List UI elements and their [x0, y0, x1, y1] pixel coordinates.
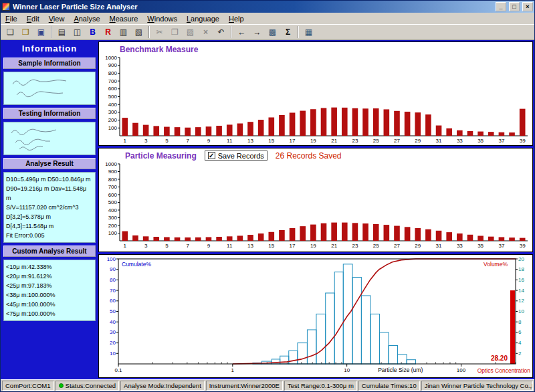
analyse-result-header[interactable]: Analyse Result	[3, 158, 96, 169]
report-button[interactable]: ▧	[132, 25, 146, 39]
svg-text:1: 1	[124, 138, 127, 144]
capture-button[interactable]: ▩	[265, 25, 280, 39]
benchmark-chart: 1002003004005006007008009001000135791113…	[100, 55, 532, 144]
svg-text:27: 27	[394, 243, 400, 249]
svg-text:Cumulate%: Cumulate%	[122, 261, 151, 268]
print-button[interactable]: ▤	[55, 25, 69, 39]
titlebar: Winner Laser Particle Size Analyser _ □ …	[1, 1, 534, 13]
svg-text:600: 600	[108, 192, 118, 198]
custom-result-line: <38μ m:100.000%	[6, 290, 93, 300]
svg-text:Particle Size (um): Particle Size (um)	[378, 367, 423, 373]
analyse-result-line: D[3,2]=5.378μ m	[6, 212, 93, 221]
statusbar: ComPort:COM1Status:ConnectedAnalyse Mode…	[1, 379, 534, 391]
svg-text:0.1: 0.1	[114, 367, 122, 373]
paste-button[interactable]: ▨	[183, 25, 197, 39]
menu-file[interactable]: File	[1, 14, 22, 23]
sample-information-box	[3, 72, 96, 105]
status-segment-5: Cumulate Times:10	[358, 381, 420, 391]
svg-text:25: 25	[373, 138, 379, 144]
menu-measure[interactable]: Measure	[105, 14, 143, 23]
analyse-result-line: D90=19.216μ m Dav=11.548μ m	[6, 184, 93, 203]
sum-button[interactable]: Σ	[281, 25, 295, 39]
copy-button[interactable]: ❐	[168, 25, 182, 39]
benchmark-panel: Benchmark Measure 1002003004005006007008…	[98, 41, 533, 146]
menu-edit[interactable]: Edit	[22, 14, 44, 23]
svg-text:21: 21	[331, 138, 337, 144]
charts-column: Benchmark Measure 1002003004005006007008…	[98, 41, 533, 378]
analyse-result-line: S/V=11157.020 cm^2/cm^3	[6, 203, 93, 212]
svg-text:7: 7	[186, 138, 189, 144]
custom-result-line: <10μ m:42.338%	[6, 262, 93, 272]
delete-button[interactable]: ×	[199, 25, 213, 39]
save-button[interactable]: ▣	[34, 25, 48, 39]
svg-text:13: 13	[247, 138, 253, 144]
svg-text:27: 27	[394, 138, 400, 144]
close-button[interactable]: ×	[522, 2, 533, 11]
status-segment-0: ComPort:COM1	[2, 381, 54, 391]
svg-text:30: 30	[110, 329, 116, 335]
custom-analyse-result-header[interactable]: Custom Analyse Result	[3, 246, 96, 257]
svg-text:14: 14	[518, 288, 524, 294]
svg-text:300: 300	[108, 215, 118, 221]
svg-text:17: 17	[290, 138, 296, 144]
svg-text:39: 39	[520, 243, 526, 249]
testing-information-header[interactable]: Testing Information	[3, 108, 96, 119]
custom-result-line: <20μ m:91.612%	[6, 272, 93, 281]
open-button[interactable]: ❒	[19, 25, 33, 39]
connected-dot-icon	[59, 383, 64, 388]
menu-language[interactable]: Language	[182, 14, 224, 23]
svg-text:800: 800	[108, 70, 118, 76]
svg-text:29: 29	[415, 138, 421, 144]
new-button[interactable]: ❏	[3, 25, 17, 39]
custom-result-line: <25μ m:97.183%	[6, 281, 93, 290]
svg-text:39: 39	[520, 138, 526, 144]
svg-text:10: 10	[518, 308, 524, 314]
svg-text:700: 700	[108, 78, 118, 84]
svg-text:31: 31	[436, 243, 442, 249]
svg-text:9: 9	[207, 243, 211, 249]
status-segment-4: Test Range:0.1-300μ m	[284, 381, 357, 391]
bold-b-button[interactable]: B	[86, 25, 100, 39]
status-segment-3: Instrument:Winner2000E	[206, 381, 283, 391]
measuring-header-row: Particle Measuring ✓ Save Records 26 Rec…	[100, 149, 532, 161]
maximize-button[interactable]: □	[509, 2, 520, 11]
grid-button[interactable]: ▦	[302, 25, 316, 39]
toolbar-separator	[231, 26, 232, 38]
menu-view[interactable]: View	[44, 14, 70, 23]
undo-button[interactable]: ↶	[214, 25, 228, 39]
svg-text:100: 100	[457, 367, 466, 373]
toolbar-separator	[298, 26, 299, 38]
svg-text:100: 100	[108, 230, 118, 236]
svg-text:21: 21	[331, 243, 337, 249]
svg-text:Optics Concentration: Optics Concentration	[477, 367, 531, 374]
svg-text:7: 7	[186, 243, 189, 249]
svg-text:20: 20	[110, 340, 116, 346]
svg-text:19: 19	[310, 243, 316, 249]
svg-text:100: 100	[107, 256, 116, 262]
print-preview-button[interactable]: ◫	[70, 25, 84, 39]
menu-help[interactable]: Help	[224, 14, 249, 23]
menu-windows[interactable]: Windows	[142, 14, 182, 23]
svg-text:5: 5	[165, 243, 169, 249]
minimize-button[interactable]: _	[496, 2, 506, 11]
measuring-chart: 1002003004005006007008009001000135791113…	[100, 161, 532, 250]
forward-button[interactable]: →	[250, 25, 264, 39]
svg-text:3: 3	[144, 138, 148, 144]
analyse-result-line: Fit Error:0.005	[6, 231, 93, 240]
svg-text:400: 400	[108, 102, 118, 108]
cut-button[interactable]: ✂	[152, 25, 167, 39]
menu-analyse[interactable]: Analyse	[69, 14, 104, 23]
status-segment-2: Analyse Mode:Independent	[120, 381, 205, 391]
back-button[interactable]: ←	[235, 25, 249, 39]
distribution-panel: 10203040506070809010024681012141618200.1…	[98, 254, 533, 378]
measuring-panel: Particle Measuring ✓ Save Records 26 Rec…	[98, 148, 533, 252]
save-records-checkbox[interactable]: ✓ Save Records	[205, 151, 268, 161]
sidebar: Information Sample Information Testing I…	[2, 41, 97, 378]
svg-text:17: 17	[290, 243, 296, 249]
window-title: Winner Laser Particle Size Analyser	[13, 3, 493, 11]
svg-text:35: 35	[477, 138, 484, 144]
red-r-button[interactable]: R	[101, 25, 115, 39]
svg-text:1000: 1000	[105, 161, 117, 167]
sample-information-header[interactable]: Sample Information	[3, 58, 96, 69]
export-button[interactable]: ▥	[116, 25, 130, 39]
